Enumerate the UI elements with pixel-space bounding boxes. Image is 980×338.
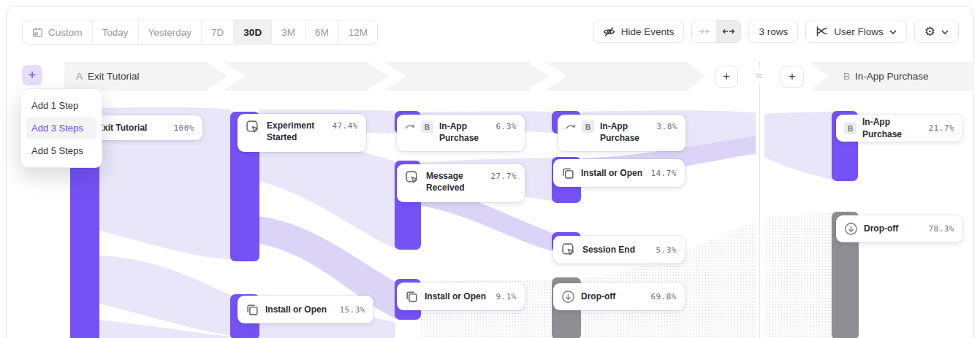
node-label: Install or Open <box>265 304 327 315</box>
add-step-menu: Add 1 Step Add 3 Steps Add 5 Steps <box>20 88 102 168</box>
step-b-letter: B <box>843 71 850 82</box>
hide-events-label: Hide Events <box>621 26 675 37</box>
flow-node-install-or-open-2[interactable]: Install or Open 15.3% <box>238 296 373 323</box>
flow-node-dropoff-b[interactable]: Drop-off 78.3% <box>836 215 962 242</box>
date-range-7d[interactable]: 7D <box>202 20 234 44</box>
add-step-button[interactable]: + <box>22 65 42 85</box>
step-b-badge: B <box>844 122 856 134</box>
date-range-picker: Custom Today Yesterday 7D 30D 3M 6M 12M <box>22 20 378 45</box>
step-b-label: In-App Purchase <box>855 71 929 82</box>
node-value: 100% <box>174 123 195 133</box>
trend-arrow-icon <box>405 123 415 130</box>
chevron-down-icon <box>889 30 897 34</box>
step-b-header[interactable]: B In-App Purchase <box>810 62 974 91</box>
flow-node-in-app-purchase-3[interactable]: B In-App Purchase 6.3% <box>397 115 525 151</box>
flow-node-exit-tutorial[interactable]: Exit Tutorial 100% <box>89 115 202 140</box>
step-b-badge: B <box>421 120 433 133</box>
user-flows-chart-icon <box>816 26 828 37</box>
node-value: 15.3% <box>339 305 365 315</box>
node-value: 14.7% <box>650 169 677 178</box>
node-label: Drop-off <box>864 223 898 234</box>
collapse-expand-toggle <box>691 20 741 43</box>
menu-item-add-3-steps[interactable]: Add 3 Steps <box>26 117 96 139</box>
node-value: 69.8% <box>650 292 677 301</box>
step-a-letter: A <box>76 71 83 82</box>
node-value: 47.4% <box>332 121 358 131</box>
trend-arrow-icon <box>566 123 576 130</box>
copy-icon <box>561 166 575 180</box>
date-range-30d[interactable]: 30D <box>234 20 272 44</box>
flow-node-dropoff-4[interactable]: Drop-off 69.8% <box>553 283 685 310</box>
node-label: In-App Purchase <box>600 120 651 144</box>
flow-node-session-end[interactable]: Session End 5.3% <box>553 236 685 264</box>
gear-icon: ⚙ <box>924 26 935 38</box>
menu-item-add-5-steps[interactable]: Add 5 Steps <box>21 139 102 162</box>
date-range-label: Custom <box>48 27 83 38</box>
step-band-a <box>64 62 705 91</box>
step-a-label: Exit Tutorial <box>88 71 140 82</box>
user-flows-canvas: A Exit Tutorial + ≈ + B In-App Purchase … <box>0 0 980 338</box>
rows-count-button[interactable]: 3 rows <box>748 20 798 43</box>
step-a-header[interactable]: A Exit Tutorial <box>76 62 140 91</box>
flow-node-in-app-purchase-b[interactable]: B In-App Purchase 21.7% <box>836 115 962 142</box>
rows-count-label: 3 rows <box>759 26 788 37</box>
collapse-columns-button[interactable] <box>692 20 716 42</box>
calendar-icon <box>32 27 43 38</box>
node-value: 21.7% <box>928 123 954 133</box>
flow-node-install-or-open-3[interactable]: Install or Open 9.1% <box>397 283 525 310</box>
node-label: Install or Open <box>581 167 642 179</box>
arrows-outward-icon <box>723 28 734 35</box>
flow-node-install-or-open-4[interactable]: Install or Open 14.7% <box>553 159 685 187</box>
node-value: 6.3% <box>496 122 517 131</box>
arrow-down-circle-icon <box>844 222 858 236</box>
date-range-6m[interactable]: 6M <box>305 20 339 44</box>
flow-node-experiment-started[interactable]: Experiment Started 47.4% <box>238 114 366 152</box>
node-label: Install or Open <box>425 291 486 302</box>
settings-dropdown[interactable]: ⚙ <box>914 20 959 43</box>
node-value: 3.8% <box>657 122 678 131</box>
node-label: Exit Tutorial <box>97 122 147 134</box>
node-label: Experiment Started <box>267 120 321 143</box>
chart-type-label: User Flows <box>834 26 884 37</box>
section-divider <box>759 62 760 338</box>
date-range-3m[interactable]: 3M <box>272 20 305 44</box>
chart-type-dropdown[interactable]: User Flows <box>805 20 907 43</box>
chevron-down-icon <box>941 30 949 34</box>
node-value: 78.3% <box>928 224 954 234</box>
flow-node-message-received[interactable]: Message Received 27.7% <box>397 164 525 202</box>
date-range-yesterday[interactable]: Yesterday <box>139 20 202 44</box>
node-value: 5.3% <box>656 245 677 255</box>
expand-columns-button[interactable] <box>716 20 740 42</box>
cursor-click-icon <box>246 120 261 135</box>
add-step-before-b-button[interactable]: + <box>780 66 804 88</box>
toolbar-right: Hide Events 3 rows <box>593 20 959 43</box>
node-label: Message Received <box>426 170 480 193</box>
date-range-today[interactable]: Today <box>93 20 139 44</box>
add-step-between-button[interactable]: + <box>715 66 738 88</box>
cursor-click-icon <box>561 242 577 258</box>
arrows-inward-icon <box>699 28 710 35</box>
node-label: Session End <box>582 244 635 256</box>
flow-node-in-app-purchase-4[interactable]: B In-App Purchase 3.8% <box>558 115 685 151</box>
eye-off-icon <box>603 26 615 38</box>
copy-icon <box>246 303 259 317</box>
node-label: Drop-off <box>581 291 615 302</box>
copy-icon <box>405 290 419 304</box>
arrow-down-circle-icon <box>561 290 575 304</box>
node-value: 27.7% <box>490 172 517 181</box>
date-range-12m[interactable]: 12M <box>339 20 377 44</box>
date-range-custom[interactable]: Custom <box>23 20 93 44</box>
node-label: In-App Purchase <box>862 116 922 139</box>
cursor-click-icon <box>405 170 420 185</box>
step-b-badge: B <box>582 120 594 133</box>
node-value: 9.1% <box>496 292 517 301</box>
hide-events-button[interactable]: Hide Events <box>593 20 685 43</box>
node-label: In-App Purchase <box>439 120 490 144</box>
menu-item-add-1-step[interactable]: Add 1 Step <box>21 94 102 117</box>
approx-connector: ≈ <box>751 68 768 84</box>
